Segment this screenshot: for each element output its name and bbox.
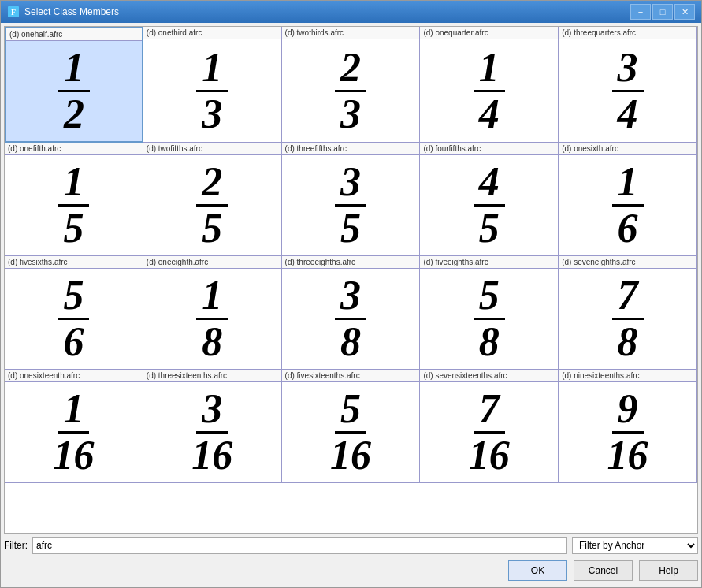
fraction-oneeighth: 18 — [196, 275, 228, 363]
cell-label-ninesixteenths: (d) ninesixteenths.afrc — [559, 370, 696, 382]
grid-cell-sevensixteenths[interactable]: (d) sevensixteenths.afrc716 — [420, 370, 559, 483]
cell-label-fivesixths: (d) fivesixths.afrc — [5, 256, 143, 269]
fraction-onesixth: 16 — [612, 162, 644, 249]
fraction-seveneighths: 78 — [612, 275, 644, 363]
help-button[interactable]: Help — [639, 560, 698, 581]
cell-label-threesixteenths: (d) threesixteenths.afrc — [143, 370, 281, 382]
members-grid-container[interactable]: (d) onehalf.afrc12(d) onethird.afrc13(d)… — [4, 26, 698, 534]
grid-cell-threequarters[interactable]: (d) threequarters.afrc34 — [559, 27, 697, 143]
cancel-button[interactable]: Cancel — [574, 560, 633, 581]
members-grid: (d) onehalf.afrc12(d) onethird.afrc13(d)… — [5, 27, 697, 483]
grid-cell-threesixteenths[interactable]: (d) threesixteenths.afrc316 — [143, 370, 282, 483]
grid-cell-threefifths[interactable]: (d) threefifths.afrc35 — [282, 143, 421, 256]
grid-cell-onesixth[interactable]: (d) onesixth.afrc16 — [559, 143, 697, 256]
fraction-sevensixteenths: 716 — [469, 389, 510, 476]
grid-cell-onehalf[interactable]: (d) onehalf.afrc12 — [5, 27, 143, 143]
cell-label-seveneighths: (d) seveneighths.afrc — [559, 256, 696, 269]
grid-cell-twofifths[interactable]: (d) twofifths.afrc25 — [143, 143, 282, 256]
cell-label-fiveeighths: (d) fiveeighths.afrc — [420, 256, 558, 269]
fraction-onefifth: 15 — [58, 162, 89, 249]
button-row: OK Cancel Help — [4, 560, 698, 581]
fraction-threefifths: 35 — [335, 162, 366, 249]
fraction-threequarters: 34 — [612, 47, 644, 135]
window-title: Select Class Members — [24, 6, 630, 17]
filter-by-anchor-select[interactable]: Filter by Anchor All Members By Name By … — [572, 537, 698, 554]
grid-cell-twothirds[interactable]: (d) twothirds.afrc23 — [282, 27, 421, 143]
grid-cell-ninesixteenths[interactable]: (d) ninesixteenths.afrc916 — [559, 370, 697, 483]
grid-cell-onefifth[interactable]: (d) onefifth.afrc15 — [5, 143, 143, 256]
fraction-fiveeighths: 58 — [474, 275, 505, 363]
cell-label-threeeighths: (d) threeeighths.afrc — [282, 256, 420, 269]
cell-label-threefifths: (d) threefifths.afrc — [282, 143, 420, 155]
grid-cell-onethird[interactable]: (d) onethird.afrc13 — [143, 27, 282, 143]
grid-cell-fiveeighths[interactable]: (d) fiveeighths.afrc58 — [420, 256, 559, 370]
cell-label-twofifths: (d) twofifths.afrc — [143, 143, 281, 155]
close-button[interactable]: ✕ — [674, 4, 695, 20]
minimize-button[interactable]: − — [630, 4, 651, 20]
svg-text:F: F — [11, 8, 16, 17]
cell-label-onesixteenth: (d) onesixteenth.afrc — [5, 370, 143, 382]
cell-label-onesixth: (d) onesixth.afrc — [559, 143, 696, 155]
fraction-threeeighths: 38 — [335, 275, 366, 363]
cell-label-oneeighth: (d) oneeighth.afrc — [143, 256, 281, 269]
filter-input[interactable] — [32, 537, 567, 554]
cell-label-twothirds: (d) twothirds.afrc — [282, 27, 420, 39]
grid-cell-fivesixths[interactable]: (d) fivesixths.afrc56 — [5, 256, 143, 370]
fraction-fivesixths: 56 — [58, 275, 89, 363]
fraction-onehalf: 12 — [58, 47, 90, 135]
filter-row: Filter: Filter by Anchor All Members By … — [4, 537, 698, 554]
cell-label-onequarter: (d) onequarter.afrc — [420, 27, 558, 39]
grid-cell-fivesixteenths[interactable]: (d) fivesixteenths.afrc516 — [282, 370, 421, 483]
fraction-twothirds: 23 — [335, 47, 366, 135]
grid-cell-fourfifths[interactable]: (d) fourfifths.afrc45 — [420, 143, 559, 256]
fraction-fivesixteenths: 516 — [330, 389, 371, 476]
maximize-button[interactable]: □ — [652, 4, 673, 20]
grid-cell-oneeighth[interactable]: (d) oneeighth.afrc18 — [143, 256, 282, 370]
ok-button[interactable]: OK — [508, 560, 567, 581]
fraction-ninesixteenths: 916 — [607, 389, 648, 476]
dialog-content: (d) onehalf.afrc12(d) onethird.afrc13(d)… — [1, 23, 701, 587]
fraction-fourfifths: 45 — [474, 162, 505, 249]
grid-cell-onequarter[interactable]: (d) onequarter.afrc14 — [420, 27, 559, 143]
title-bar: F Select Class Members − □ ✕ — [1, 1, 701, 23]
fraction-onesixteenth: 116 — [53, 389, 94, 476]
grid-cell-threeeighths[interactable]: (d) threeeighths.afrc38 — [282, 256, 421, 370]
fraction-twofifths: 25 — [196, 162, 228, 249]
cell-label-fivesixteenths: (d) fivesixteenths.afrc — [282, 370, 420, 382]
cell-label-threequarters: (d) threequarters.afrc — [559, 27, 696, 39]
fraction-onethird: 13 — [196, 47, 228, 135]
fraction-threesixteenths: 316 — [191, 389, 232, 476]
cell-label-onehalf: (d) onehalf.afrc — [6, 28, 142, 41]
window-controls: − □ ✕ — [630, 4, 695, 20]
window-icon: F — [7, 6, 20, 18]
filter-label: Filter: — [4, 540, 28, 551]
cell-label-fourfifths: (d) fourfifths.afrc — [420, 143, 558, 155]
cell-label-onethird: (d) onethird.afrc — [143, 27, 281, 39]
cell-label-onefifth: (d) onefifth.afrc — [5, 143, 143, 155]
fraction-onequarter: 14 — [474, 47, 505, 135]
grid-cell-onesixteenth[interactable]: (d) onesixteenth.afrc116 — [5, 370, 143, 483]
grid-cell-seveneighths[interactable]: (d) seveneighths.afrc78 — [559, 256, 697, 370]
main-window: F Select Class Members − □ ✕ (d) onehalf… — [0, 0, 702, 588]
cell-label-sevensixteenths: (d) sevensixteenths.afrc — [420, 370, 558, 382]
